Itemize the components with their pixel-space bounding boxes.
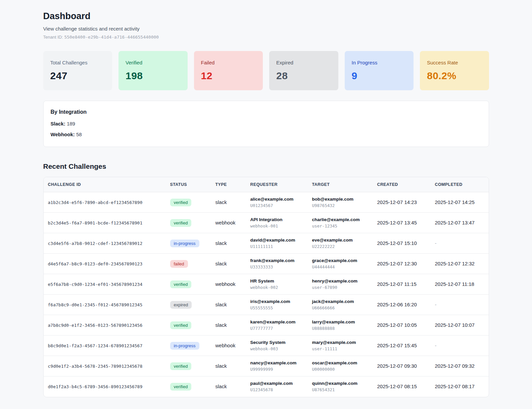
challenge-row: b2c3d4e5-f6a7-8901-bcde-f12345678901 ver… bbox=[44, 213, 489, 233]
completed-timestamp: 2025-12-07 13:47 bbox=[435, 220, 475, 225]
created-timestamp: 2025-12-07 11:15 bbox=[377, 281, 417, 287]
stat-card-label: Expired bbox=[276, 60, 331, 65]
integration-item-value: 58 bbox=[76, 132, 82, 137]
completed-timestamp: 2025-12-07 10:07 bbox=[435, 322, 475, 328]
target-name: oscar@example.com bbox=[312, 360, 369, 365]
recent-challenges-title: Recent Challenges bbox=[43, 162, 489, 170]
challenge-id: d0e1f2a3-b4c5-6789-3456-890123456789 bbox=[48, 384, 143, 389]
created-timestamp: 2025-12-07 13:45 bbox=[377, 220, 417, 225]
challenge-type: slack bbox=[215, 302, 227, 307]
challenges-table-header: Challenge IDStatusTypeRequesterTargetCre… bbox=[44, 177, 489, 192]
by-integration-list: Slack: 189 Webhook: 58 bbox=[51, 121, 482, 137]
target-id: user-67890 bbox=[312, 285, 369, 290]
challenge-id: e5f6a7b8-c9d0-1234-ef01-345678901234 bbox=[48, 282, 143, 287]
status-badge: verified bbox=[170, 383, 192, 391]
tenant-id-label: Tenant ID: bbox=[43, 35, 63, 40]
completed-timestamp: - bbox=[435, 240, 437, 246]
created-timestamp: 2025-12-07 15:10 bbox=[377, 240, 417, 246]
requester-id: U33333333 bbox=[250, 264, 304, 269]
target-id: U00000000 bbox=[312, 367, 369, 372]
challenge-id: a7b8c9d0-e1f2-3456-0123-567890123456 bbox=[48, 323, 143, 328]
column-header: Created bbox=[373, 177, 431, 192]
challenge-row: b8c9d0e1-f2a3-4567-1234-678901234567 in-… bbox=[44, 336, 489, 356]
created-timestamp: 2025-12-07 09:30 bbox=[377, 363, 417, 369]
stat-card-label: In Progress bbox=[352, 60, 407, 65]
status-badge: verified bbox=[170, 219, 192, 227]
challenge-row: d4e5f6a7-b8c9-0123-def0-234567890123 fai… bbox=[44, 254, 489, 274]
stat-card: Total Challenges 247 bbox=[43, 51, 112, 90]
completed-timestamp: - bbox=[435, 343, 437, 348]
challenge-row: f6a7b8c9-d0e1-2345-f012-456789012345 exp… bbox=[44, 295, 489, 315]
stat-card-label: Success Rate bbox=[427, 60, 482, 65]
challenges-table-body: a1b2c3d4-e5f6-7890-abcd-ef1234567890 ver… bbox=[44, 192, 489, 397]
target-name: mary@example.com bbox=[312, 340, 369, 345]
column-header: Target bbox=[308, 177, 373, 192]
target-id: U98765432 bbox=[312, 203, 369, 208]
stat-card: Expired 28 bbox=[269, 51, 338, 90]
completed-timestamp: 2025-12-07 12:32 bbox=[435, 261, 475, 266]
stat-card: In Progress 9 bbox=[345, 51, 414, 90]
completed-timestamp: - bbox=[435, 302, 437, 307]
created-timestamp: 2025-12-07 08:15 bbox=[377, 384, 417, 389]
page-title: Dashboard bbox=[43, 11, 489, 21]
tenant-id-line: Tenant ID: 550e8400-e29b-41d4-a716-44665… bbox=[43, 35, 489, 40]
completed-timestamp: 2025-12-07 14:25 bbox=[435, 199, 475, 205]
stats-grid: Total Challenges 247 Verified 198 Failed… bbox=[43, 51, 489, 90]
completed-timestamp: 2025-12-07 09:32 bbox=[435, 363, 475, 369]
completed-timestamp: 2025-12-07 08:17 bbox=[435, 384, 475, 389]
status-badge: in-progress bbox=[170, 342, 199, 350]
challenge-type: slack bbox=[215, 384, 227, 389]
challenge-row: a1b2c3d4-e5f6-7890-abcd-ef1234567890 ver… bbox=[44, 192, 489, 213]
requester-name: HR System bbox=[250, 278, 304, 284]
challenges-table: Challenge IDStatusTypeRequesterTargetCre… bbox=[44, 177, 489, 397]
status-badge: failed bbox=[170, 260, 188, 268]
target-id: user-12345 bbox=[312, 223, 369, 228]
created-timestamp: 2025-12-07 12:30 bbox=[377, 261, 417, 266]
column-header: Completed bbox=[431, 177, 489, 192]
created-timestamp: 2025-12-06 16:20 bbox=[377, 302, 417, 307]
requester-name: paul@example.com bbox=[250, 381, 304, 386]
completed-timestamp: 2025-12-07 11:18 bbox=[435, 281, 474, 287]
created-timestamp: 2025-12-07 14:23 bbox=[377, 199, 417, 205]
status-badge: expired bbox=[170, 301, 192, 309]
created-timestamp: 2025-12-07 10:05 bbox=[377, 322, 417, 328]
requester-name: david@example.com bbox=[250, 238, 304, 243]
created-timestamp: 2025-12-07 15:45 bbox=[377, 343, 417, 348]
requester-id: U12345678 bbox=[250, 387, 304, 392]
target-name: larry@example.com bbox=[312, 319, 369, 324]
target-name: eve@example.com bbox=[312, 238, 369, 243]
challenge-type: slack bbox=[215, 199, 227, 205]
column-header: Requester bbox=[246, 177, 308, 192]
requester-id: U99999999 bbox=[250, 367, 304, 372]
challenge-type: slack bbox=[215, 322, 227, 328]
requester-name: karen@example.com bbox=[250, 319, 304, 324]
challenge-type: slack bbox=[215, 363, 227, 369]
target-name: bob@example.com bbox=[312, 197, 369, 202]
requester-id: U01234567 bbox=[250, 203, 304, 208]
challenge-type: slack bbox=[215, 240, 227, 246]
challenges-table-container: Challenge IDStatusTypeRequesterTargetCre… bbox=[43, 177, 489, 397]
requester-id: U77777777 bbox=[250, 326, 304, 331]
integration-item-value: 189 bbox=[67, 121, 75, 126]
challenge-row: a7b8c9d0-e1f2-3456-0123-567890123456 ver… bbox=[44, 315, 489, 336]
stat-card-value: 80.2% bbox=[427, 70, 482, 82]
status-badge: in-progress bbox=[170, 240, 199, 247]
dashboard-page: Dashboard View challenge statistics and … bbox=[43, 0, 489, 409]
requester-name: iris@example.com bbox=[250, 299, 304, 304]
target-id: U87654321 bbox=[312, 387, 369, 392]
challenge-id: b8c9d0e1-f2a3-4567-1234-678901234567 bbox=[48, 343, 143, 348]
challenge-id: b2c3d4e5-f6a7-8901-bcde-f12345678901 bbox=[48, 220, 143, 225]
stat-card-label: Total Challenges bbox=[50, 60, 105, 65]
stat-card-label: Verified bbox=[126, 60, 181, 65]
target-name: charlie@example.com bbox=[312, 217, 369, 222]
challenge-type: webhook bbox=[215, 220, 236, 225]
by-integration-title: By Integration bbox=[51, 109, 482, 115]
challenge-row: c3d4e5f6-a7b8-9012-cdef-123456789012 in-… bbox=[44, 233, 489, 254]
challenge-id: a1b2c3d4-e5f6-7890-abcd-ef1234567890 bbox=[48, 200, 143, 205]
stat-card-value: 28 bbox=[276, 70, 331, 82]
challenge-row: c9d0e1f2-a3b4-5678-2345-789012345678 ver… bbox=[44, 356, 489, 376]
column-header: Challenge ID bbox=[44, 177, 166, 192]
by-integration-card: By Integration Slack: 189 Webhook: 58 bbox=[43, 101, 489, 147]
requester-id: webhook-001 bbox=[250, 223, 304, 228]
challenge-row: d0e1f2a3-b4c5-6789-3456-890123456789 ver… bbox=[44, 376, 489, 397]
